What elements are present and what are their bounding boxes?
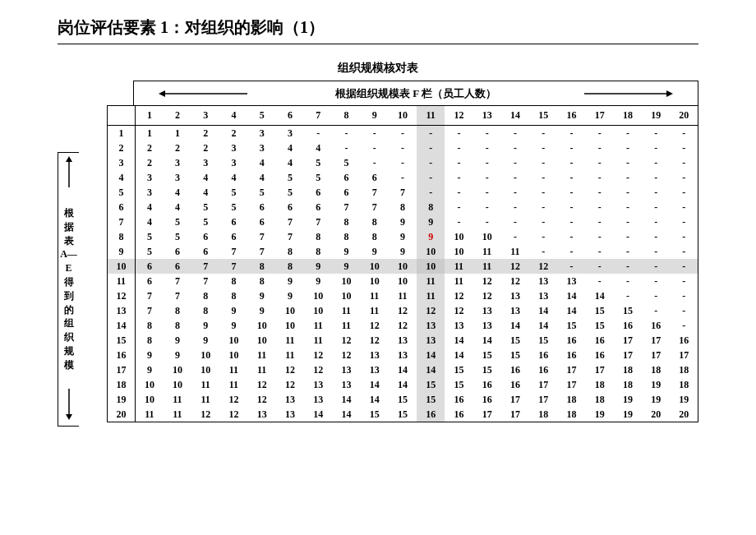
cell: 11	[248, 362, 276, 377]
cell: 17	[670, 348, 698, 362]
cell: 4	[136, 200, 164, 214]
cell: 3	[248, 126, 276, 141]
cell: 11	[361, 303, 389, 318]
table-row: 2011111212131314141515161617171818191920…	[79, 407, 698, 422]
cell: 13	[529, 274, 557, 288]
page-title: 岗位评估要素 1：对组织的影响（1）	[58, 16, 698, 44]
cell: 8	[191, 288, 219, 303]
cell: -	[529, 155, 557, 170]
cell: -	[361, 155, 389, 170]
cell: 5	[276, 185, 304, 200]
cell: -	[557, 170, 585, 185]
row-header: 6	[107, 200, 135, 214]
cell: 19	[670, 392, 698, 407]
col-header: 2	[164, 106, 191, 126]
cell: 3	[276, 126, 304, 141]
cell: 19	[614, 392, 642, 407]
cell: 4	[219, 170, 247, 185]
cell: 5	[304, 170, 332, 185]
cell: -	[557, 214, 585, 229]
cell: -	[501, 155, 529, 170]
cell: 12	[332, 348, 360, 362]
row-header: 20	[107, 407, 135, 422]
cell: 13	[445, 318, 472, 333]
cell: 11	[276, 348, 304, 362]
cell: 14	[332, 392, 360, 407]
cell: 11	[501, 244, 529, 259]
cell: 6	[248, 200, 276, 214]
cell: 4	[164, 185, 191, 200]
cell: 8	[361, 229, 389, 244]
cell: 5	[332, 155, 360, 170]
cell: 9	[276, 274, 304, 288]
cell: 11	[276, 333, 304, 348]
col-header: 15	[529, 106, 557, 126]
cell: -	[586, 200, 614, 214]
table-row: 106677889910101011111212-----	[79, 259, 698, 274]
cell: -	[332, 126, 360, 141]
col-header: 11	[417, 106, 445, 126]
cell: -	[557, 126, 585, 141]
cell: -	[614, 274, 642, 288]
cell: 6	[191, 229, 219, 244]
arrow-left-icon	[159, 90, 249, 98]
cell: 10	[164, 362, 191, 377]
col-header: 14	[501, 106, 529, 126]
cell: 11	[445, 274, 472, 288]
cell: 10	[304, 303, 332, 318]
cell: -	[445, 214, 472, 229]
cell: 9	[191, 318, 219, 333]
cell: 10	[248, 318, 276, 333]
cell: -	[473, 214, 501, 229]
cell: 10	[136, 392, 164, 407]
table-row: 8556677888991010-------	[79, 229, 698, 244]
cell: 13	[304, 377, 332, 392]
cell: 14	[501, 318, 529, 333]
cell: -	[389, 155, 417, 170]
cell: -	[670, 303, 698, 318]
cell: 8	[248, 274, 276, 288]
cell: -	[586, 141, 614, 155]
cell: -	[586, 259, 614, 274]
cell: 2	[191, 126, 219, 141]
cell: 11	[248, 348, 276, 362]
cell: 3	[248, 141, 276, 155]
row-header: 2	[107, 141, 135, 155]
cell: 16	[529, 348, 557, 362]
cell: 11	[191, 392, 219, 407]
cell: 15	[501, 348, 529, 362]
cell: 3	[164, 170, 191, 185]
cell: 15	[557, 318, 585, 333]
cell: 9	[164, 333, 191, 348]
cell: 11	[332, 318, 360, 333]
cell: 14	[304, 407, 332, 422]
table-row: 127788991010111111121213131414---	[79, 288, 698, 303]
cell: 11	[361, 288, 389, 303]
cell: 10	[248, 333, 276, 348]
cell: 9	[276, 288, 304, 303]
cell: 5	[304, 155, 332, 170]
cell: 10	[445, 229, 472, 244]
cell: 6	[136, 274, 164, 288]
cell: 12	[332, 333, 360, 348]
cell: 14	[557, 303, 585, 318]
row-header: 12	[107, 288, 135, 303]
cell: 13	[389, 333, 417, 348]
cell: -	[332, 141, 360, 155]
row-header: 16	[107, 348, 135, 362]
cell: 18	[586, 377, 614, 392]
cell: 8	[417, 200, 445, 214]
cell: 15	[473, 362, 501, 377]
cell: 8	[164, 303, 191, 318]
table-row: 1810101111121213131414151516161717181819…	[79, 377, 698, 392]
cell: 9	[219, 318, 247, 333]
cell: 1	[136, 126, 164, 141]
cell: -	[642, 288, 670, 303]
cell: 10	[332, 274, 360, 288]
cell: 12	[276, 362, 304, 377]
row-header: 8	[107, 229, 135, 244]
cell: 15	[586, 318, 614, 333]
cell: -	[614, 170, 642, 185]
cell: -	[642, 214, 670, 229]
cell: 5	[136, 244, 164, 259]
